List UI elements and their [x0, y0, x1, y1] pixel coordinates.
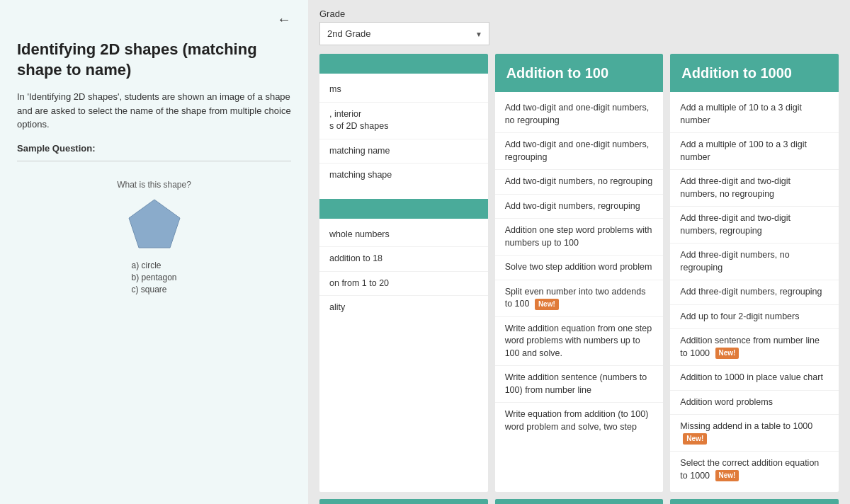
list-item[interactable]: addition to 18	[319, 247, 488, 272]
col1-header2	[319, 199, 488, 219]
list-item[interactable]: Write addition sentence (numbers to 100)…	[495, 366, 664, 403]
grade-select-wrap: Grade 2nd Grade 1st Grade 3rd Grade	[319, 8, 489, 45]
list-item[interactable]: Add two-digit and one-digit numbers, no …	[495, 96, 664, 133]
list-item[interactable]: Add a multiple of 100 to a 3 digit numbe…	[670, 133, 839, 170]
list-item[interactable]: , interiors of 2D shapes	[319, 103, 488, 139]
list-item[interactable]: Addition sentence from number line to 10…	[670, 329, 839, 366]
bottom-col3-card	[670, 499, 839, 504]
list-item[interactable]: Add two-digit and one-digit numbers, reg…	[495, 133, 664, 170]
list-item[interactable]: on from 1 to 20	[319, 272, 488, 297]
list-item[interactable]: Missing addend in a table to 1000 New!	[670, 415, 839, 452]
list-item[interactable]: Add two-digit numbers, regrouping	[495, 195, 664, 219]
grade-select-wrapper[interactable]: 2nd Grade 1st Grade 3rd Grade	[319, 22, 489, 45]
col1-header	[319, 54, 488, 74]
sample-label: Sample Question:	[17, 143, 291, 154]
bottom-row: Comparing Numbers	[319, 499, 839, 504]
sample-box: What is this shape? a) circle b) pentago…	[17, 173, 291, 304]
list-item[interactable]: Add three-digit numbers, no regrouping	[670, 244, 839, 280]
list-item[interactable]: Write equation from addition (to 100) wo…	[495, 403, 664, 439]
list-item[interactable]: Addition to 1000 in place value chart	[670, 366, 839, 391]
addition-to-1000-header: Addition to 1000	[670, 54, 839, 92]
list-item[interactable]: Add three-digit and two-digit numbers, n…	[670, 170, 839, 207]
page-title: Identifying 2D shapes (matching shape to…	[17, 40, 291, 80]
list-item[interactable]: Addition word problems	[670, 391, 839, 416]
new-badge: New!	[535, 299, 559, 310]
addition-to-1000-items: Add a multiple of 10 to a 3 digit number…	[670, 92, 839, 492]
answer-option-b[interactable]: b) pentagon	[131, 273, 176, 282]
list-item[interactable]: Add three-digit and two-digit numbers, r…	[670, 207, 839, 244]
list-item[interactable]: matching name	[319, 139, 488, 164]
list-item[interactable]: Add three-digit numbers, regrouping	[670, 280, 839, 305]
comparing-numbers-header: Comparing Numbers	[495, 499, 664, 504]
left-panel: ← Identifying 2D shapes (matching shape …	[0, 0, 308, 504]
bottom-col1-card	[319, 499, 488, 504]
back-arrow-icon[interactable]: ←	[277, 11, 291, 28]
list-item[interactable]: Add two-digit numbers, no regrouping	[495, 170, 664, 195]
description-text: In 'Identifying 2D shapes', students are…	[17, 90, 291, 132]
addition-to-100-header: Addition to 100	[495, 54, 664, 92]
list-item[interactable]: Add up to four 2-digit numbers	[670, 305, 839, 330]
bottom-col1-header	[319, 499, 488, 504]
list-item[interactable]: Split even number into two addends to 10…	[495, 280, 664, 317]
col1-items2: whole numbers addition to 18 on from 1 t…	[319, 219, 488, 324]
list-item[interactable]: Write addition equation from one step wo…	[495, 317, 664, 367]
svg-marker-0	[129, 200, 180, 248]
answer-option-c[interactable]: c) square	[131, 285, 176, 294]
new-badge: New!	[715, 348, 740, 359]
new-badge: New!	[683, 433, 707, 445]
sample-question-text: What is this shape?	[117, 180, 191, 190]
grade-label: Grade	[319, 8, 489, 19]
list-item[interactable]: Add a multiple of 10 to a 3 digit number	[670, 96, 839, 133]
main-grid: ms , interiors of 2D shapes matching nam…	[319, 54, 839, 492]
right-panel: Grade 2nd Grade 1st Grade 3rd Grade ms ,…	[308, 0, 850, 504]
list-item[interactable]: Select the correct addition equation to …	[670, 452, 839, 488]
grade-row: Grade 2nd Grade 1st Grade 3rd Grade	[319, 8, 839, 45]
comparing-numbers-card: Comparing Numbers	[495, 499, 664, 504]
addition-to-100-items: Add two-digit and one-digit numbers, no …	[495, 92, 664, 443]
divider	[17, 161, 291, 161]
list-item[interactable]: whole numbers	[319, 223, 488, 248]
answer-option-a[interactable]: a) circle	[131, 260, 176, 270]
new-badge: New!	[715, 470, 740, 481]
col1-items: ms , interiors of 2D shapes matching nam…	[319, 74, 488, 192]
list-item[interactable]: Solve two step addition word problem	[495, 256, 664, 280]
list-item[interactable]: matching shape	[319, 164, 488, 188]
addition-to-1000-card: Addition to 1000 Add a multiple of 10 to…	[670, 54, 839, 492]
pentagon-shape	[126, 197, 183, 251]
list-item[interactable]: ality	[319, 296, 488, 320]
bottom-col3-header	[670, 499, 839, 504]
grade-select[interactable]: 2nd Grade 1st Grade 3rd Grade	[319, 22, 489, 45]
answer-options: a) circle b) pentagon c) square	[131, 260, 176, 297]
col1-card: ms , interiors of 2D shapes matching nam…	[319, 54, 488, 492]
addition-to-100-card: Addition to 100 Add two-digit and one-di…	[495, 54, 664, 492]
list-item[interactable]: Addition one step word problems with num…	[495, 219, 664, 256]
list-item[interactable]: ms	[319, 78, 488, 103]
